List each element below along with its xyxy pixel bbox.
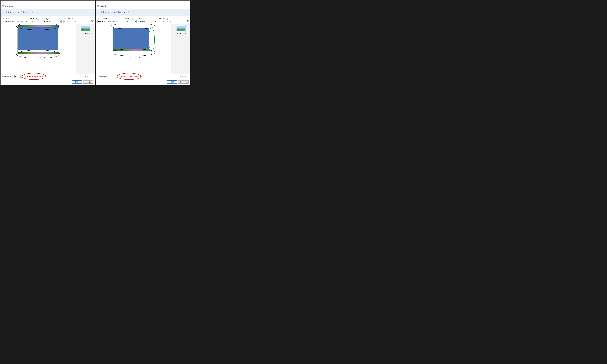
options-link[interactable]: オプション...: [85, 76, 93, 78]
paper-type-select[interactable]: インクジェット紙 ▼: [159, 20, 179, 23]
pager: 1 / 1 ページ ◀ ▶: [31, 56, 46, 58]
titlebar: ✕: [96, 0, 190, 5]
paper-type-select[interactable]: インクジェット紙 ▼: [64, 20, 84, 23]
printer-select[interactable]: Brother MFC-J6570CDW USB ▼: [2, 20, 28, 23]
chevron-down-icon: ▼: [121, 21, 122, 22]
copies-spinner[interactable]: ▲ ▼: [110, 75, 118, 78]
question-text: 画像をどのように印刷しますか?: [5, 11, 34, 13]
prev-page-button[interactable]: ◀: [40, 56, 42, 58]
chevron-down-icon: ▼: [178, 21, 179, 22]
preview-frame: [113, 25, 154, 54]
layout-thumb-selected[interactable]: [176, 25, 185, 32]
printer-label: プリンター(P):: [2, 18, 28, 20]
fit-to-frame-label: 写真をフレームに合わせる(F): [122, 76, 141, 78]
spin-up-icon[interactable]: ▲: [21, 75, 22, 77]
button-row: 印刷(I) キャンセル: [96, 79, 190, 85]
spin-down-icon[interactable]: ▼: [21, 77, 22, 78]
print-dialog-left: ✕ 画像の印刷 画像をどのように印刷しますか? プリンター(P): Brothe…: [0, 0, 95, 85]
bottom-row: 各画像の部数(C): ▲ ▼ ✓ 写真をフレームに合わせる(F) オプション..…: [0, 74, 95, 79]
photo-edge-bottom: [113, 49, 154, 51]
layout-side-pane: フル ページ写真: [171, 24, 190, 74]
paper-type-value: インクジェット紙: [160, 21, 171, 23]
paper-type-label: 用紙の種類(T):: [64, 18, 84, 20]
spin-up-icon[interactable]: ▲: [116, 75, 118, 77]
print-button-label: 印刷(I): [170, 81, 174, 83]
main-area: 1 / 1 ページ ◀ ▶ フル ページ写真: [0, 24, 95, 74]
prev-page-button[interactable]: ◀: [135, 56, 137, 58]
layout-thumb-label: フル ページ写真: [80, 33, 91, 35]
title-row: 画像の印刷: [0, 5, 95, 9]
fit-to-frame-checkbox[interactable]: [120, 76, 122, 78]
close-icon[interactable]: ✕: [89, 1, 94, 4]
chevron-down-icon: ▼: [135, 21, 136, 22]
main-area: 1 / 1 ページ ◀ ▶ フル ページ写真: [96, 24, 190, 74]
titlebar: ✕: [0, 0, 95, 5]
print-button-label: 印刷(I): [75, 81, 79, 83]
cancel-button[interactable]: キャンセル: [178, 80, 189, 84]
pager-text: 1 / 1 ページ: [31, 56, 38, 58]
chevron-down-icon: ▼: [83, 21, 83, 22]
options-row: プリンター(P): Brother MFC-J6570CDW USB ▼ 用紙サ…: [96, 16, 190, 24]
spin-down-icon[interactable]: ▼: [116, 77, 118, 78]
quality-value: 最高画質: [44, 21, 50, 23]
next-page-button[interactable]: ▶: [138, 56, 141, 58]
preview-frame: [17, 25, 59, 54]
layout-thumb-image: [81, 26, 90, 31]
print-button[interactable]: 印刷(I): [72, 80, 82, 84]
layout-thumb-image: [177, 26, 185, 31]
printer-label: プリンター(P):: [97, 18, 123, 20]
page-title: 画像の印刷: [5, 5, 13, 7]
printer-select[interactable]: Brother MFC-J6570CDW USB ▼: [97, 20, 123, 23]
quality-label: 品質(Q):: [43, 18, 62, 20]
paper-size-label: 用紙サイズ(S):: [125, 18, 137, 20]
options-link[interactable]: オプション...: [180, 76, 189, 78]
help-icon[interactable]: ?: [187, 20, 189, 22]
printer-icon: [97, 5, 99, 7]
question-text: 画像をどのように印刷しますか?: [101, 11, 129, 13]
print-button[interactable]: 印刷(I): [167, 80, 177, 84]
blank-strip: [150, 28, 154, 51]
chevron-down-icon: ▼: [60, 21, 61, 22]
pager-text: 1 / 1 ページ: [126, 56, 134, 58]
fit-to-frame-label: 写真をフレームに合わせる(F): [27, 76, 46, 78]
options-row: プリンター(P): Brother MFC-J6570CDW USB ▼ 用紙サ…: [0, 16, 95, 24]
paper-type-label: 用紙の種類(T):: [159, 18, 179, 20]
paper-type-value: インクジェット紙: [64, 21, 76, 23]
chevron-down-icon: ▼: [40, 21, 41, 22]
preview-pane: 1 / 1 ページ ◀ ▶: [0, 24, 76, 74]
quality-select[interactable]: 最高画質 ▼: [138, 20, 157, 23]
bottom-row: 各画像の部数(C): ▲ ▼ 写真をフレームに合わせる(F) オプション...: [96, 74, 190, 79]
fit-to-frame-checkbox[interactable]: ✓: [25, 76, 26, 78]
photo-edge-top: [18, 25, 59, 27]
chevron-down-icon: ▼: [155, 21, 156, 22]
copies-spinner[interactable]: ▲ ▼: [14, 75, 22, 78]
copies-label: 各画像の部数(C):: [2, 76, 14, 78]
printer-icon: [2, 5, 4, 7]
paper-size-select[interactable]: L 判 ▼: [125, 20, 137, 23]
layout-thumb-selected[interactable]: [81, 25, 90, 32]
redaction-block: [113, 28, 149, 49]
quality-value: 最高画質: [139, 21, 145, 23]
cancel-button-label: キャンセル: [85, 81, 92, 83]
title-row: 画像の印刷: [96, 5, 190, 9]
paper-size-label: 用紙サイズ(S):: [30, 18, 41, 20]
quality-label: 品質(Q):: [138, 18, 157, 20]
copies-input[interactable]: [110, 75, 116, 78]
photo-edge-bottom: [18, 52, 59, 54]
layout-side-pane: フル ページ写真: [76, 24, 95, 74]
close-icon[interactable]: ✕: [185, 1, 190, 4]
page-title: 画像の印刷: [100, 5, 108, 7]
pager: 1 / 1 ページ ◀ ▶: [126, 56, 141, 58]
help-icon[interactable]: ?: [91, 20, 93, 22]
chevron-down-icon: ▼: [26, 21, 27, 22]
quality-select[interactable]: 最高画質 ▼: [43, 20, 62, 23]
button-row: 印刷(I) キャンセル: [0, 79, 95, 85]
printer-value: Brother MFC-J6570CDW USB: [98, 21, 118, 22]
paper-size-select[interactable]: L 判 ▼: [30, 20, 41, 23]
next-page-button[interactable]: ▶: [43, 56, 45, 58]
question-bar: 画像をどのように印刷しますか?: [0, 9, 95, 16]
redaction-block: [18, 27, 58, 50]
layout-thumb-label: フル ページ写真: [175, 33, 186, 35]
cancel-button[interactable]: キャンセル: [83, 80, 93, 84]
copies-input[interactable]: [14, 75, 20, 78]
